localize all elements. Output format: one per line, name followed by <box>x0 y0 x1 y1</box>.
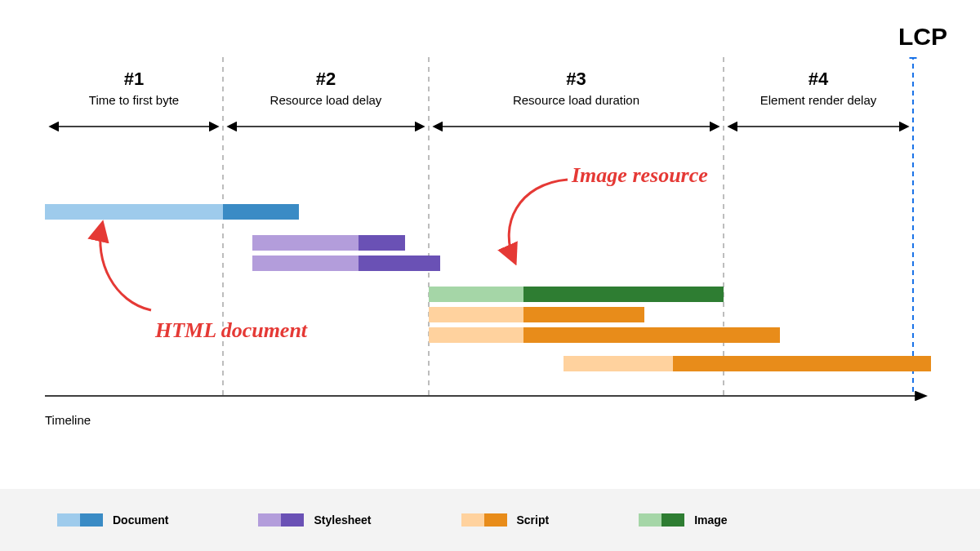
bar-script-3 <box>564 356 931 371</box>
legend-document: Document <box>57 513 168 527</box>
chart-svg <box>45 57 931 404</box>
bar-script-2 <box>429 327 780 343</box>
chart-area: #1 Time to first byte #2 Resource load d… <box>45 57 931 404</box>
phase-1-caption: Time to first byte <box>45 93 223 107</box>
bar-script-1 <box>429 307 644 322</box>
phase-1-label: #1 Time to first byte <box>45 69 223 107</box>
annotation-image-resource: Image resource <box>572 163 708 188</box>
phase-4-label: #4 Element render delay <box>724 69 913 107</box>
phase-3-caption: Resource load duration <box>429 93 724 107</box>
phase-3-number: #3 <box>429 69 724 90</box>
phase-4-caption: Element render delay <box>724 93 913 107</box>
annotation-html-document: HTML document <box>155 318 307 343</box>
timeline-axis-label: Timeline <box>45 413 91 427</box>
bar-stylesheet-2 <box>252 256 440 271</box>
swatch-image-icon <box>639 513 684 527</box>
bar-stylesheet-1 <box>252 235 405 251</box>
legend-document-label: Document <box>113 513 168 527</box>
phase-3-label: #3 Resource load duration <box>429 69 724 107</box>
phase-4-number: #4 <box>724 69 913 90</box>
legend-stylesheet-label: Stylesheet <box>314 513 371 527</box>
legend-image: Image <box>639 513 727 527</box>
legend-image-label: Image <box>694 513 727 527</box>
lcp-marker-label: LCP <box>898 23 947 51</box>
legend-script-label: Script <box>517 513 550 527</box>
swatch-script-icon <box>461 513 507 527</box>
legend-script: Script <box>461 513 550 527</box>
phase-2-label: #2 Resource load delay <box>223 69 429 107</box>
phase-2-caption: Resource load delay <box>223 93 429 107</box>
bar-document <box>45 204 299 220</box>
swatch-stylesheet-icon <box>258 513 304 527</box>
phase-1-number: #1 <box>45 69 223 90</box>
swatch-document-icon <box>57 513 103 527</box>
svg-rect-4 <box>911 57 916 58</box>
legend-stylesheet: Stylesheet <box>258 513 371 527</box>
bar-image <box>429 287 724 302</box>
legend: Document Stylesheet Script Image <box>0 489 980 551</box>
phase-2-number: #2 <box>223 69 429 90</box>
